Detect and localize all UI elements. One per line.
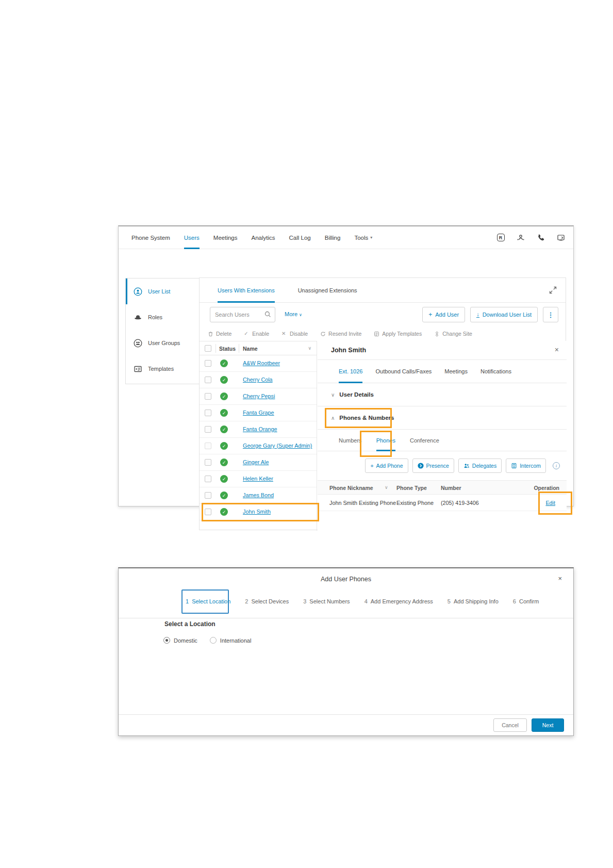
status-enabled-icon: ✓: [220, 475, 228, 483]
nav-call-log[interactable]: Call Log: [289, 226, 311, 249]
delete-action[interactable]: Delete: [208, 331, 231, 337]
apply-templates-action[interactable]: Apply Templates: [374, 331, 422, 337]
step-confirm[interactable]: 6Confirm: [513, 598, 539, 604]
enable-action[interactable]: ✓ Enable: [244, 331, 269, 337]
presence-button[interactable]: Presence: [412, 458, 454, 473]
kebab-menu-button[interactable]: ⋮: [543, 307, 558, 322]
step-select-numbers[interactable]: 3Select Numbers: [303, 598, 350, 604]
number-cell: (205) 419-3406: [441, 500, 479, 506]
sidebar-item-user-list[interactable]: User List: [126, 279, 200, 304]
radio-domestic[interactable]: Domestic: [163, 637, 197, 644]
tab-users-with-extensions[interactable]: Users With Extensions: [218, 278, 275, 303]
disable-label: Disable: [290, 331, 308, 337]
user-name-link[interactable]: Helen Keller: [243, 476, 273, 482]
select-all-checkbox[interactable]: [205, 345, 211, 352]
step-number: 2: [245, 598, 248, 604]
step-select-location[interactable]: 1Select Location: [186, 598, 230, 604]
user-name-link[interactable]: James Bond: [243, 492, 274, 498]
modal-footer: Cancel Next: [119, 714, 573, 735]
nav-billing[interactable]: Billing: [325, 226, 341, 249]
sort-chevron-icon[interactable]: ∨: [308, 346, 311, 351]
user-name-link[interactable]: George Gary (Super Admin): [243, 443, 312, 449]
nav-analytics[interactable]: Analytics: [252, 226, 275, 249]
row-checkbox[interactable]: [205, 476, 211, 482]
delegates-button[interactable]: Delegates: [458, 458, 502, 473]
phone-nickname-cell: John Smith Existing Phone: [329, 500, 396, 506]
nav-phone-system[interactable]: Phone System: [131, 226, 170, 249]
sidebar-item-label: Templates: [148, 366, 174, 372]
row-checkbox[interactable]: [205, 360, 211, 367]
change-site-action[interactable]: Change Site: [434, 331, 472, 337]
radio-international[interactable]: International: [210, 637, 252, 644]
row-checkbox[interactable]: [205, 376, 211, 383]
tab-notifications[interactable]: Notifications: [481, 360, 511, 383]
step-add-emergency-address[interactable]: 4Add Emergency Address: [365, 598, 433, 604]
expand-icon[interactable]: [549, 286, 557, 294]
user-name-link[interactable]: Cherry Pepsi: [243, 393, 275, 399]
edit-link[interactable]: Edit: [545, 500, 555, 506]
section-phones-numbers[interactable]: ∧ Phones & Numbers: [318, 406, 567, 430]
sidebar-item-roles[interactable]: Roles: [126, 304, 200, 330]
resend-invite-action[interactable]: Resend Invite: [320, 331, 361, 337]
hotdesk-user-icon[interactable]: [517, 234, 525, 242]
row-checkbox[interactable]: [205, 492, 211, 499]
resend-invite-label: Resend Invite: [328, 331, 361, 337]
device-monitor-icon[interactable]: [557, 234, 565, 242]
row-checkbox[interactable]: [205, 410, 211, 416]
row-checkbox[interactable]: [205, 393, 211, 400]
cancel-button[interactable]: Cancel: [493, 718, 527, 732]
table-row: ✓Cherry Pepsi: [200, 388, 317, 405]
nav-tools[interactable]: Tools▾: [354, 226, 372, 249]
step-label: Select Devices: [251, 598, 289, 604]
list-area: Status Name ∨ ✓A&W Rootbeer ✓Cherry Cola…: [200, 341, 566, 531]
status-header: Status: [219, 346, 236, 352]
tab-meetings[interactable]: Meetings: [444, 360, 468, 383]
row-checkbox[interactable]: [205, 459, 211, 466]
user-name-link[interactable]: Cherry Cola: [243, 376, 273, 383]
step-add-shipping-info[interactable]: 5Add Shipping Info: [448, 598, 499, 604]
sidebar-item-user-groups[interactable]: User Groups: [126, 330, 200, 356]
tab-ext-1026[interactable]: Ext. 1026: [339, 360, 362, 383]
subtab-phones[interactable]: Phones: [376, 430, 395, 451]
row-checkbox[interactable]: [205, 443, 211, 449]
tab-unassigned-extensions[interactable]: Unassigned Extensions: [298, 278, 357, 303]
subtab-numbers[interactable]: Numbers: [339, 430, 362, 451]
step-select-devices[interactable]: 2Select Devices: [245, 598, 289, 604]
sort-chevron-icon[interactable]: ∨: [385, 485, 388, 490]
row-checkbox[interactable]: [205, 426, 211, 433]
delegates-icon: [463, 463, 470, 469]
nav-users[interactable]: Users: [184, 226, 200, 249]
admin-body: User List Roles User Groups: [119, 249, 573, 506]
table-row: ✓Fanta Grape: [200, 405, 317, 421]
row-checkbox[interactable]: [205, 509, 211, 515]
nav-meetings[interactable]: Meetings: [213, 226, 238, 249]
disable-action[interactable]: ✕ Disable: [281, 331, 308, 337]
user-name-link[interactable]: Fanta Grape: [243, 410, 274, 416]
app-badge-icon[interactable]: R: [496, 234, 505, 242]
subtab-conference[interactable]: Conference: [410, 430, 439, 451]
intercom-button[interactable]: Intercom: [506, 458, 546, 473]
close-icon[interactable]: ×: [558, 575, 562, 582]
presence-label: Presence: [426, 463, 449, 469]
user-name-link[interactable]: Fanta Orange: [243, 426, 277, 432]
wizard-steps: 1Select Location 2Select Devices 3Select…: [186, 598, 539, 604]
add-user-button[interactable]: +Add User: [422, 307, 465, 322]
add-phone-button[interactable]: + Add Phone: [365, 458, 408, 473]
phone-icon[interactable]: [537, 234, 545, 242]
sidebar-item-templates[interactable]: Templates: [126, 356, 200, 382]
section-user-details[interactable]: ∨ User Details: [318, 383, 567, 406]
radio-unselected-icon: [210, 637, 217, 644]
step-label: Confirm: [519, 598, 539, 604]
more-link[interactable]: More∨: [285, 311, 302, 317]
tab-outbound-calls-faxes[interactable]: Outbound Calls/Faxes: [375, 360, 432, 383]
caret-down-icon: ▾: [370, 235, 372, 240]
next-button[interactable]: Next: [532, 718, 564, 732]
user-name-link[interactable]: John Smith: [243, 509, 271, 515]
user-name-link[interactable]: Ginger Ale: [243, 459, 269, 465]
template-card-icon: [134, 365, 142, 373]
info-icon[interactable]: i: [553, 462, 560, 469]
close-icon[interactable]: ×: [555, 346, 559, 354]
user-name-link[interactable]: A&W Rootbeer: [243, 360, 280, 366]
status-enabled-icon: ✓: [220, 359, 228, 367]
download-user-list-button[interactable]: ↓Download User List: [470, 307, 538, 322]
